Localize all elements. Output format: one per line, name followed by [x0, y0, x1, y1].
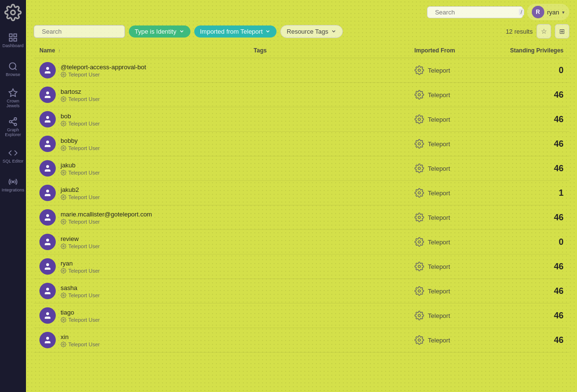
table-row[interactable]: jakub2 Teleport User Tel [34, 181, 569, 205]
svg-point-28 [63, 147, 64, 149]
gear-icon [61, 243, 66, 249]
imported-gear-icon [414, 237, 424, 247]
sidebar-item-graph-explorer-label: Graph Explorer [2, 128, 24, 138]
col-header-tags: Tags [248, 43, 409, 58]
col-header-standing: Standing Privileges [489, 43, 569, 58]
sidebar-item-graph-explorer[interactable]: Graph Explorer [2, 114, 24, 140]
sidebar-item-crown-jewels[interactable]: Crown Jewels [2, 85, 24, 112]
svg-point-47 [418, 290, 420, 292]
filter-search-input[interactable] [42, 28, 123, 35]
gear-icon [61, 292, 66, 298]
tags-cell [248, 107, 409, 132]
avatar [39, 185, 56, 201]
imported-gear-icon [414, 188, 424, 198]
bookmark-button[interactable]: ☆ [537, 24, 551, 38]
tags-cell [248, 156, 409, 181]
svg-point-52 [63, 343, 64, 345]
tags-cell [248, 205, 409, 230]
imported-gear-icon [414, 65, 424, 75]
imported-cell: Teleport [409, 205, 489, 230]
svg-point-25 [63, 123, 64, 124]
table-row[interactable]: jakub Teleport User Tele [34, 156, 569, 181]
standing-privileges-value: 46 [489, 156, 569, 181]
row-sub: Teleport User [61, 121, 100, 126]
sidebar-item-browse[interactable]: Browse [2, 56, 24, 83]
imported-from-value: Teleport [428, 165, 450, 172]
sidebar-item-sql-editor[interactable]: SQL Editor [2, 142, 24, 169]
svg-point-40 [63, 245, 64, 247]
results-table-container: Name ↑ Tags Imported From Standing Privi… [26, 43, 577, 392]
global-search-bar[interactable]: / [427, 6, 523, 18]
imported-cell: Teleport [409, 230, 489, 254]
chevron-down-icon: ▾ [562, 10, 564, 15]
resource-tags-filter[interactable]: Resource Tags [280, 25, 342, 38]
standing-privileges-value: 0 [489, 230, 569, 254]
standing-privileges-value: 46 [489, 205, 569, 230]
row-name: bartosz [61, 88, 100, 95]
imported-gear-icon [414, 335, 424, 345]
avatar [39, 136, 56, 152]
name-cell: bartosz Teleport User [39, 87, 242, 103]
sidebar: Dashboard Browse Crown Jewels Graph Expl… [0, 0, 26, 392]
sidebar-item-integrations[interactable]: Integrations [2, 171, 24, 198]
imported-from-value: Teleport [428, 91, 450, 99]
svg-point-10 [14, 123, 17, 126]
svg-point-43 [63, 270, 64, 271]
svg-point-27 [46, 140, 49, 143]
sidebar-logo[interactable] [4, 4, 22, 21]
table-row[interactable]: review Teleport User Tel [34, 230, 569, 254]
imported-cell: Teleport [409, 303, 489, 328]
table-row[interactable]: bobby Teleport User Tele [34, 132, 569, 156]
gear-icon [61, 145, 66, 151]
standing-privileges-value: 46 [489, 83, 569, 107]
table-row[interactable]: @teleport-access-approval-bot Teleport U… [34, 58, 569, 83]
svg-point-33 [46, 190, 49, 192]
row-sub: Teleport User [61, 145, 100, 151]
imported-cell: Teleport [409, 58, 489, 83]
imported-cell: Teleport [409, 279, 489, 303]
row-name: marie.mcallister@goteleport.com [61, 211, 152, 218]
avatar [39, 307, 56, 324]
global-search-input[interactable] [435, 9, 516, 16]
avatar [39, 234, 56, 250]
table-row[interactable]: marie.mcallister@goteleport.com Teleport… [34, 205, 569, 230]
filter-search-bar[interactable] [34, 25, 125, 38]
imported-from-teleport-filter[interactable]: Imported from Teleport [194, 25, 277, 38]
standing-privileges-value: 46 [489, 328, 569, 353]
svg-point-50 [418, 315, 420, 317]
row-name: @teleport-access-approval-bot [61, 63, 146, 71]
table-row[interactable]: bob Teleport User Telepo [34, 107, 569, 132]
table-row[interactable]: sasha Teleport User Tele [34, 279, 569, 303]
svg-point-22 [63, 98, 64, 100]
svg-point-19 [63, 74, 64, 75]
tags-cell [248, 230, 409, 254]
sidebar-item-dashboard[interactable]: Dashboard [2, 27, 24, 54]
row-name: ryan [61, 260, 100, 267]
svg-point-8 [14, 117, 17, 120]
gear-icon [61, 219, 66, 225]
user-menu[interactable]: R ryan ▾ [527, 4, 569, 20]
table-row[interactable]: bartosz Teleport User Te [34, 83, 569, 107]
svg-point-32 [418, 167, 420, 170]
main-content: / R ryan ▾ Type is Identity Imported fro… [26, 0, 577, 392]
svg-point-21 [46, 91, 49, 94]
imported-gear-icon [414, 114, 424, 124]
chevron-down-icon [179, 28, 185, 34]
imported-gear-icon [414, 90, 424, 100]
sidebar-item-integrations-label: Integrations [1, 188, 24, 193]
gear-icon [61, 121, 66, 126]
svg-point-53 [418, 339, 420, 341]
imported-cell: Teleport [409, 107, 489, 132]
imported-from-value: Teleport [428, 288, 450, 295]
col-header-name[interactable]: Name ↑ [34, 43, 248, 58]
svg-point-18 [46, 67, 49, 70]
row-sub: Teleport User [61, 341, 100, 347]
table-row[interactable]: ryan Teleport User Telep [34, 254, 569, 279]
name-cell: tiago Teleport User [39, 307, 242, 324]
type-identity-filter[interactable]: Type is Identity [129, 25, 190, 38]
table-row[interactable]: xin Teleport User Telepo [34, 328, 569, 353]
view-toggle-button[interactable]: ⊞ [555, 24, 569, 38]
name-cell: marie.mcallister@goteleport.com Teleport… [39, 209, 242, 226]
table-row[interactable]: tiago Teleport User Tele [34, 303, 569, 328]
sidebar-item-crown-jewels-label: Crown Jewels [2, 99, 24, 109]
